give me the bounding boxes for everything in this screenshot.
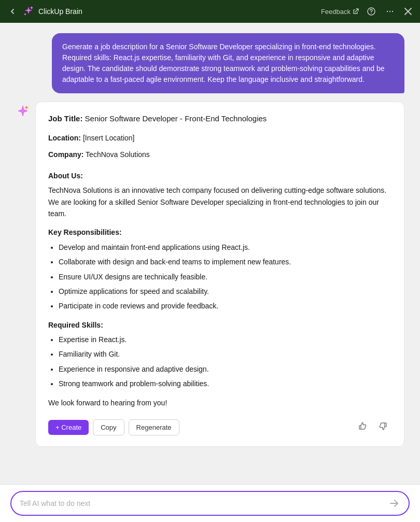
required-skills-list: Expertise in React.js. Familiarity with … [48,334,391,390]
input-area [0,484,420,522]
resp-5: Participate in code reviews and provide … [59,302,218,310]
top-bar-left: ClickUp Brain [6,5,82,18]
svg-point-3 [389,11,390,12]
location-line: Location: [Insert Location] [48,132,391,144]
ai-content-box: Job Title: Senior Software Developer - F… [35,102,404,447]
external-link-icon [353,8,359,15]
skill-2: Familiarity with Git. [59,350,120,358]
resp-1: Develop and maintain front-end applicati… [59,243,250,251]
ai-input[interactable] [20,499,388,507]
job-title-line: Job Title: Senior Software Developer - F… [48,112,391,125]
skill-3: Experience in responsive and adaptive de… [59,365,209,373]
send-button[interactable] [388,497,400,510]
list-item: Familiarity with Git. [59,348,391,360]
closing-text: We look forward to hearing from you! [48,397,391,408]
key-responsibilities-heading: Key Responsibilities: [48,227,391,238]
feedback-label: Feedback [321,8,351,16]
key-responsibilities-list: Develop and maintain front-end applicati… [48,242,391,312]
resp-4: Optimize applications for speed and scal… [59,287,209,295]
list-item: Develop and maintain front-end applicati… [59,242,391,253]
action-row-left: + Create Copy Regenerate [48,419,179,435]
location-value: [Insert Location] [81,134,135,142]
thumbs-down-icon [378,421,388,431]
resp-3: Ensure UI/UX designs are technically fea… [59,273,207,281]
close-icon [404,8,412,15]
ai-response: Job Title: Senior Software Developer - F… [16,102,404,447]
help-button[interactable] [365,5,377,18]
list-item: Collaborate with design and back-end tea… [59,256,391,267]
more-button[interactable] [384,5,396,18]
user-prompt-text: Generate a job description for a Senior … [62,43,385,83]
company-label: Company: [48,150,83,159]
list-item: Optimize applications for speed and scal… [59,286,391,297]
feedback-button[interactable]: Feedback [321,8,359,16]
brain-icon [23,6,34,17]
thumbs-up-button[interactable] [354,419,371,436]
list-item: Strong teamwork and problem-solving abil… [59,378,391,389]
close-button[interactable] [402,6,414,17]
skill-1: Expertise in React.js. [59,335,127,344]
required-skills-heading: Required Skills: [48,319,391,331]
job-title-label: Job Title: [48,114,82,123]
send-icon [389,498,399,509]
help-icon [367,7,375,16]
main-area: Generate a job description for a Senior … [0,23,420,522]
app-title: ClickUp Brain [38,7,82,16]
user-prompt-bubble: Generate a job description for a Senior … [52,33,404,93]
job-title-value: Senior Software Developer - Front-End Te… [82,114,267,123]
top-bar-right: Feedback [321,5,414,18]
more-icon [386,7,394,16]
thumbs-up-icon [357,421,368,431]
list-item: Ensure UI/UX designs are technically fea… [59,271,391,283]
list-item: Expertise in React.js. [59,334,391,345]
ai-sparkle-icon [17,105,29,117]
about-heading: About Us: [48,170,391,181]
svg-point-2 [387,11,388,12]
ai-avatar [16,104,30,118]
svg-point-4 [392,11,393,12]
action-row-right [354,419,391,436]
action-row: + Create Copy Regenerate [48,417,391,436]
company-line: Company: TechNova Solutions [48,149,391,160]
regenerate-button[interactable]: Regenerate [129,419,179,435]
svg-point-1 [371,13,372,14]
skill-4: Strong teamwork and problem-solving abil… [59,379,209,388]
top-bar: ClickUp Brain Feedback [0,0,420,23]
input-wrapper [10,491,410,516]
create-button[interactable]: + Create [48,420,89,435]
resp-2: Collaborate with design and back-end tea… [59,258,291,266]
list-item: Participate in code reviews and provide … [59,300,391,312]
chat-area: Generate a job description for a Senior … [0,23,420,484]
thumbs-down-button[interactable] [375,419,391,436]
list-item: Experience in responsive and adaptive de… [59,363,391,375]
location-label: Location: [48,134,81,142]
back-button[interactable] [6,5,19,18]
about-text: TechNova Solutions is an innovative tech… [48,185,391,219]
company-value: TechNova Solutions [83,150,149,159]
copy-button[interactable]: Copy [93,419,124,435]
